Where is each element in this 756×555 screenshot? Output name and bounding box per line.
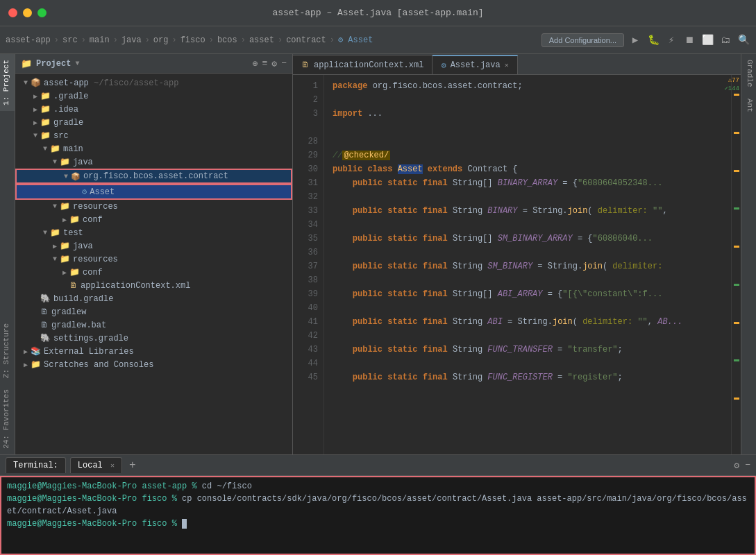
expand-arrow[interactable]: ▼ xyxy=(61,173,71,180)
tab-applicationcontext[interactable]: 🗎 applicationContext.xml xyxy=(293,55,432,74)
breadcrumb-main[interactable]: main xyxy=(90,35,110,45)
tree-item-gradlew[interactable]: 🗎 gradlew xyxy=(15,305,292,318)
gradle-icon: 🐘 xyxy=(40,293,51,304)
folder-icon: 📁 xyxy=(40,104,51,114)
tree-item-test-resources[interactable]: ▼ 📁 resources xyxy=(15,253,292,266)
close-button[interactable] xyxy=(8,8,17,17)
run-icon[interactable]: ▶ xyxy=(628,33,642,47)
tree-item-conf[interactable]: ▶ 📁 conf xyxy=(15,213,292,226)
expand-arrow[interactable]: ▶ xyxy=(31,105,40,114)
terminal-minimize-icon[interactable]: − xyxy=(745,460,750,471)
minimize-panel-icon[interactable]: − xyxy=(281,58,287,69)
expand-arrow[interactable]: ▼ xyxy=(31,132,40,139)
tree-item-asset[interactable]: ⚙ Asset xyxy=(15,184,292,200)
terminal-settings-icon[interactable]: ⚙ xyxy=(734,460,739,471)
expand-arrow[interactable]: ▶ xyxy=(31,119,40,127)
term-cmd-1: cd ~/fisco xyxy=(202,481,252,491)
chevron-down-icon[interactable]: ▼ xyxy=(75,60,79,67)
tree-item-appctx[interactable]: 🗎 applicationContext.xml xyxy=(15,279,292,292)
expand-arrow[interactable]: ▶ xyxy=(50,242,60,250)
sidebar-item-structure[interactable]: Z: Structure xyxy=(0,318,15,384)
tree-item-scratches[interactable]: ▶ 📁 Scratches and Consoles xyxy=(15,358,292,371)
tree-label-asset: Asset xyxy=(90,187,115,197)
maximize-button[interactable] xyxy=(37,8,47,17)
coverage-icon[interactable]: ⚡ xyxy=(664,33,678,47)
panel-title: Project xyxy=(36,59,71,69)
expand-arrow[interactable]: ▼ xyxy=(50,255,60,263)
add-configuration-button[interactable]: Add Configuration... xyxy=(541,33,624,47)
expand-arrow[interactable]: ▼ xyxy=(21,79,31,87)
tree-item-settings-gradle[interactable]: 🐘 settings.gradle xyxy=(15,332,292,345)
breadcrumb-fisco[interactable]: fisco xyxy=(180,35,205,45)
tree-item-gradle[interactable]: ▶ 📁 gradle xyxy=(15,116,292,129)
main-layout: 1: Project Z: Structure 24: Favorites 📁 … xyxy=(0,54,756,454)
sidebar-item-gradle[interactable]: Gradle xyxy=(741,54,756,93)
tree-label-gradle: gradle xyxy=(53,118,83,128)
scrollbar-gutter: ⚠77 ✓144 xyxy=(731,75,741,454)
breadcrumb-org[interactable]: org xyxy=(153,35,169,45)
breadcrumb-src[interactable]: src xyxy=(62,35,78,45)
tree-item-asset-app[interactable]: ▼ 📦 asset-app ~/fisco/asset-app xyxy=(15,76,292,89)
tree-label-gradlew: gradlew xyxy=(51,307,86,317)
locate-icon[interactable]: ⊕ xyxy=(253,58,258,69)
bottom-tabs: Terminal: Local ✕ + ⚙ − xyxy=(0,455,756,476)
tree-item-package[interactable]: ▼ 📦 org.fisco.bcos.asset.contract xyxy=(15,169,292,184)
xml-icon: 🗎 xyxy=(69,280,78,291)
layout-icon[interactable]: ⬜ xyxy=(700,33,714,47)
code-line-28 xyxy=(333,135,723,148)
expand-arrow[interactable]: ▼ xyxy=(50,203,60,210)
expand-arrow[interactable]: ▶ xyxy=(31,92,40,101)
tab-terminal[interactable]: Terminal: xyxy=(6,457,66,473)
add-terminal-button[interactable]: + xyxy=(129,459,136,472)
tree-item-main[interactable]: ▼ 📁 main xyxy=(15,142,292,155)
sidebar-item-favorites[interactable]: 24: Favorites xyxy=(0,384,15,454)
tree-item-build-gradle[interactable]: 🐘 build.gradle xyxy=(15,292,292,305)
breadcrumb-asset-file[interactable]: ⚙ Asset xyxy=(338,35,373,45)
expand-arrow[interactable]: ▼ xyxy=(50,158,60,166)
project-panel: 📁 Project ▼ ⊕ ≡ ⚙ − ▼ 📦 asset-app ~/fisc… xyxy=(15,54,293,454)
debug-icon[interactable]: 🐛 xyxy=(646,33,660,47)
tree-item-java[interactable]: ▼ 📁 java xyxy=(15,155,292,169)
tree-item-gradlew-bat[interactable]: 🗎 gradlew.bat xyxy=(15,318,292,332)
settings-icon[interactable]: ⚙ xyxy=(271,58,277,69)
breadcrumb-contract[interactable]: contract xyxy=(286,35,326,45)
tree-item-test-conf[interactable]: ▶ 📁 conf xyxy=(15,266,292,279)
tab-local[interactable]: Local ✕ xyxy=(70,457,122,473)
tree-item-test-java[interactable]: ▶ 📁 java xyxy=(15,239,292,253)
tree-item-gradle-hidden[interactable]: ▶ 📁 .gradle xyxy=(15,89,292,103)
breadcrumb-java[interactable]: java xyxy=(121,35,142,45)
tree-item-src[interactable]: ▼ 📁 src xyxy=(15,129,292,142)
expand-arrow[interactable]: ▶ xyxy=(60,268,69,277)
stop-icon[interactable]: ⏹ xyxy=(682,33,696,47)
code-content[interactable]: package org.fisco.bcos.asset.contract; i… xyxy=(324,75,731,454)
expand-arrow[interactable]: ▶ xyxy=(21,348,31,356)
close-tab-icon[interactable]: ✕ xyxy=(505,61,509,69)
code-line-36 xyxy=(333,246,723,259)
scroll-warning-marker xyxy=(734,170,739,172)
tree-item-test[interactable]: ▼ 📁 test xyxy=(15,226,292,239)
sidebar-item-ant[interactable]: Ant xyxy=(741,93,756,118)
window-icon[interactable]: 🗂 xyxy=(719,33,732,47)
expand-arrow[interactable]: ▼ xyxy=(40,145,50,153)
collapse-icon[interactable]: ≡ xyxy=(262,58,268,69)
tree-item-resources[interactable]: ▼ 📁 resources xyxy=(15,200,292,213)
breadcrumb-asset-app[interactable]: asset-app xyxy=(6,35,51,45)
tab-asset-java[interactable]: ⚙ Asset.java ✕ xyxy=(432,55,517,74)
breadcrumb-bcos[interactable]: bcos xyxy=(217,35,237,45)
tree-item-idea[interactable]: ▶ 📁 .idea xyxy=(15,103,292,116)
minimize-button[interactable] xyxy=(23,8,32,17)
folder-icon: 📁 xyxy=(31,359,41,370)
code-line-38 xyxy=(333,273,723,287)
tree-item-ext-libs[interactable]: ▶ 📚 External Libraries xyxy=(15,345,292,358)
terminal-content[interactable]: maggie@Maggies-MacBook-Pro asset-app % c… xyxy=(0,476,756,555)
expand-arrow[interactable]: ▶ xyxy=(60,216,69,224)
expand-arrow[interactable]: ▶ xyxy=(21,361,31,369)
sidebar-item-project[interactable]: 1: Project xyxy=(0,54,15,111)
expand-arrow[interactable]: ▼ xyxy=(40,229,50,237)
code-line-44 xyxy=(333,357,723,370)
close-terminal-icon[interactable]: ✕ xyxy=(110,462,115,470)
search-icon[interactable]: 🔍 xyxy=(737,33,750,47)
breadcrumb-asset[interactable]: asset xyxy=(249,35,274,45)
file-tree: ▼ 📦 asset-app ~/fisco/asset-app ▶ 📁 .gra… xyxy=(15,74,292,454)
tree-label-settings-gradle: settings.gradle xyxy=(53,334,128,343)
